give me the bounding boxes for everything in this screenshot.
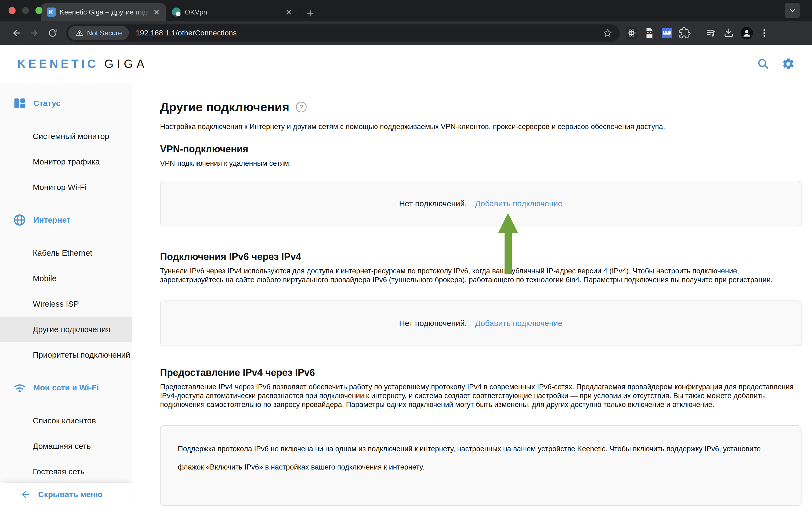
- security-chip-label: Not Secure: [87, 29, 122, 37]
- new-tab-button[interactable]: [305, 8, 315, 18]
- gear-icon[interactable]: [782, 58, 795, 70]
- app-header: KEENETIC GIGA: [0, 45, 812, 83]
- sidebar-item-traffic-monitor[interactable]: Монитор трафика: [0, 149, 132, 174]
- security-chip[interactable]: Not Secure: [68, 26, 129, 40]
- close-tab-icon[interactable]: [153, 9, 160, 15]
- dashboard-icon: [13, 97, 26, 110]
- arrow-left-icon: [19, 488, 31, 501]
- ipv4-section-heading: Предоставление IPv4 через IPv6: [160, 367, 802, 378]
- sidebar-section-label: Статус: [33, 99, 60, 108]
- keenetic-favicon: K: [47, 7, 56, 17]
- tab-okvpn[interactable]: OKVpn: [166, 3, 298, 21]
- sidebar: Статус Системный монитор Монитор трафика…: [0, 83, 132, 506]
- react-devtools-extension-icon[interactable]: [625, 27, 638, 39]
- close-window-button[interactable]: [9, 7, 16, 14]
- keenetic-logo: KEENETIC: [17, 57, 98, 71]
- media-controls-icon[interactable]: [705, 27, 717, 39]
- sidebar-item-wifi-monitor[interactable]: Монитор Wi-Fi: [0, 174, 132, 200]
- tab-strip-divider: [300, 7, 300, 17]
- model-name: GIGA: [104, 57, 148, 71]
- tab-title: Keenetic Giga – Другие подк: [60, 8, 149, 16]
- reload-button[interactable]: [47, 28, 58, 38]
- okvpn-favicon: [172, 7, 181, 17]
- vpn-empty-card: Нет подключений. Добавить подключение: [160, 181, 802, 227]
- sidebar-item-ethernet-cable[interactable]: Кабель Ethernet: [0, 240, 132, 266]
- help-icon[interactable]: ?: [296, 102, 307, 112]
- ipv6-add-connection-link[interactable]: Добавить подключение: [475, 319, 563, 328]
- vpn-section-heading: VPN-подключения: [160, 144, 802, 155]
- main-content: Другие подключения ? Настройка подключен…: [132, 83, 812, 506]
- tab-title: OKVpn: [185, 8, 281, 16]
- bookmark-star-icon[interactable]: [603, 28, 613, 38]
- sidebar-section-label: Интернет: [33, 216, 71, 225]
- back-button[interactable]: [11, 28, 21, 38]
- minimize-window-button[interactable]: [22, 7, 29, 14]
- tab-search-button[interactable]: [785, 3, 800, 18]
- ipv4-section-description: Предоставление IPv4 через IPv6 позволяет…: [160, 383, 802, 409]
- wifi-icon: [13, 381, 26, 394]
- tab-keenetic-giga[interactable]: K Keenetic Giga – Другие подк: [41, 3, 166, 21]
- forward-button[interactable]: [29, 28, 40, 38]
- sidebar-item-wireless-isp[interactable]: Wireless ISP: [0, 291, 132, 317]
- sidebar-item-connection-priorities[interactable]: Приоритеты подключений: [0, 342, 132, 367]
- ipv6-section-description: Туннели IPv6 через IPv4 используются для…: [160, 267, 802, 284]
- browser-menu-icon[interactable]: [759, 28, 769, 38]
- url-text[interactable]: 192.168.1.1/otherConnections: [136, 29, 237, 37]
- ipv6-empty-card: Нет подключений. Добавить подключение: [160, 301, 802, 346]
- ipv6-notice-card: Поддержка протокола IPv6 не включена ни …: [160, 425, 802, 506]
- fullscreen-window-button[interactable]: [35, 7, 43, 14]
- toolbar-divider: [697, 27, 698, 38]
- vpn-section-description: VPN-подключения к удаленным сетям.: [160, 159, 802, 168]
- vpn-empty-text: Нет подключений.: [399, 199, 467, 208]
- sidebar-item-guest-network[interactable]: Гостевая сеть: [0, 459, 132, 484]
- sidebar-item-system-monitor[interactable]: Системный монитор: [0, 123, 132, 149]
- vpn-add-connection-link[interactable]: Добавить подключение: [475, 199, 563, 208]
- sidebar-item-home-network[interactable]: Домашняя сеть: [0, 433, 132, 459]
- sidebar-section-status[interactable]: Статус: [0, 94, 132, 113]
- ipv6-notice-text: Поддержка протокола IPv6 не включена ни …: [178, 445, 761, 471]
- sidebar-item-other-connections[interactable]: Другие подключения: [0, 317, 132, 342]
- browser-tab-strip: K Keenetic Giga – Другие подк OKVpn: [0, 0, 812, 21]
- ipv6-section-heading: Подключения IPv6 через IPv4: [160, 251, 802, 262]
- page-subtitle: Настройка подключения к Интернету и друг…: [160, 122, 802, 131]
- mask-document-extension-icon[interactable]: [643, 27, 655, 39]
- downloads-icon[interactable]: [723, 27, 735, 39]
- window-controls: [9, 7, 43, 14]
- sidebar-item-mobile[interactable]: Mobile: [0, 266, 132, 291]
- close-tab-icon[interactable]: [285, 9, 292, 15]
- green-arrow-annotation: [496, 212, 521, 274]
- ipv6-empty-text: Нет подключений.: [399, 319, 467, 328]
- search-icon[interactable]: [757, 58, 769, 70]
- sidebar-section-label: Мои сети и Wi-Fi: [33, 383, 99, 392]
- page-title: Другие подключения: [160, 100, 289, 114]
- browser-toolbar: Not Secure 192.168.1.1/otherConnections: [0, 21, 812, 45]
- address-bar[interactable]: Not Secure 192.168.1.1/otherConnections: [66, 24, 620, 41]
- globe-icon: [13, 213, 26, 227]
- sidebar-item-client-list[interactable]: Список клиентов: [0, 408, 132, 433]
- collapse-menu-button[interactable]: Скрывать меню: [0, 483, 132, 506]
- extensions-puzzle-icon[interactable]: [679, 27, 691, 39]
- collapse-menu-label: Скрывать меню: [38, 490, 102, 499]
- sidebar-section-internet[interactable]: Интернет: [0, 210, 132, 229]
- ruler-extension-icon[interactable]: [661, 27, 673, 39]
- sidebar-section-my-networks[interactable]: Мои сети и Wi-Fi: [0, 378, 132, 397]
- profile-avatar[interactable]: [741, 27, 753, 39]
- warning-icon: [75, 29, 84, 37]
